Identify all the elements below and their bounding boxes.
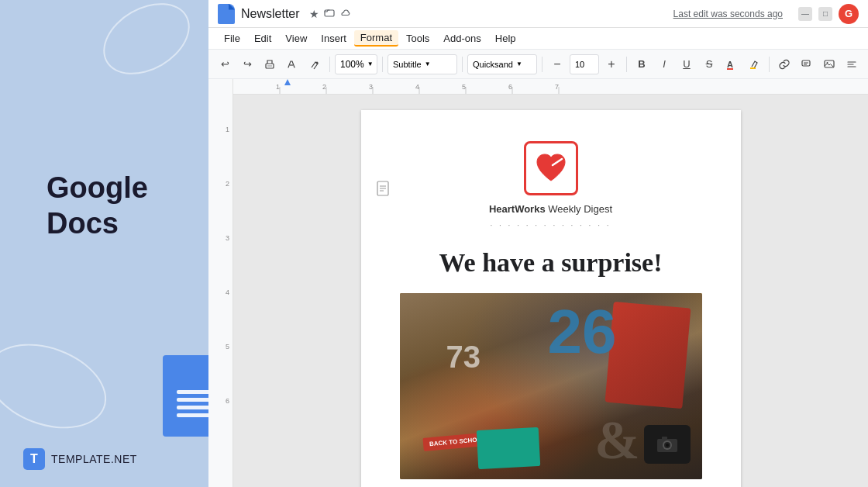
- doc-line-3: [177, 406, 209, 409]
- toolbar-sep-2: [382, 57, 383, 72]
- svg-marker-17: [284, 79, 291, 85]
- font-increase-button[interactable]: +: [601, 54, 622, 74]
- last-edit-text[interactable]: Last edit was seconds ago: [673, 9, 783, 19]
- paint-button[interactable]: [305, 54, 325, 74]
- ruler-mark-3: 3: [226, 234, 229, 242]
- spellcheck-button[interactable]: [282, 54, 302, 74]
- print-button[interactable]: [260, 54, 280, 74]
- svg-rect-5: [727, 68, 733, 70]
- menu-file[interactable]: File: [218, 31, 246, 46]
- template-logo-icon: T: [23, 448, 45, 470]
- cloud-icon[interactable]: [339, 7, 350, 20]
- user-avatar[interactable]: G: [839, 4, 859, 24]
- image-item-number: 73: [446, 340, 481, 375]
- doc-line-4: [177, 413, 209, 417]
- template-name: TEMPLATE.NET: [51, 453, 137, 465]
- comment-button[interactable]: [797, 54, 817, 74]
- menu-tools[interactable]: Tools: [400, 31, 436, 46]
- ruler-mark-5: 5: [226, 343, 229, 351]
- image-item-teal: [476, 427, 540, 469]
- folder-icon[interactable]: [324, 7, 335, 20]
- ruler-mark-6: 6: [226, 397, 229, 405]
- svg-text:A: A: [727, 60, 733, 69]
- font-decrease-button[interactable]: −: [547, 54, 567, 74]
- document-area: 1 2 3 4 5 6 1: [208, 79, 868, 487]
- title-icon-group: ★: [309, 7, 350, 20]
- strikethrough-button[interactable]: S: [699, 54, 719, 74]
- toolbar-sep-4: [542, 57, 542, 72]
- toolbar-sep-6: [769, 57, 770, 72]
- toc-icon: [375, 180, 391, 201]
- italic-button[interactable]: I: [654, 54, 674, 74]
- docs-logo-icon: [218, 4, 235, 24]
- menu-addons[interactable]: Add-ons: [437, 31, 487, 46]
- document-page: HeartWorks Weekly Digest · · · · · · · ·…: [361, 110, 741, 487]
- ruler-mark-2: 2: [226, 180, 229, 188]
- ruler-mark-4: 4: [226, 288, 229, 296]
- newsletter-brand-text: HeartWorks Weekly Digest: [489, 203, 612, 215]
- ruler-svg: [233, 79, 868, 94]
- svg-point-3: [316, 61, 319, 64]
- docs-icon-container: [163, 355, 208, 440]
- toolbar-sep-3: [462, 57, 463, 72]
- image-item-camera: [644, 425, 691, 464]
- redo-button[interactable]: ↪: [237, 54, 257, 74]
- doc-line-2: [177, 398, 209, 402]
- svg-rect-0: [325, 10, 334, 16]
- page-scroll-area[interactable]: HeartWorks Weekly Digest · · · · · · · ·…: [233, 95, 868, 487]
- decorative-curve-top: [91, 0, 202, 89]
- font-select[interactable]: Quicksand ▼: [467, 54, 537, 74]
- app-title: Google Docs: [46, 171, 208, 241]
- doc-line-1: [177, 390, 209, 394]
- google-docs-panel: Newsletter ★ Last edit was seconds ago —…: [208, 0, 868, 487]
- decorative-curve-bottom: [0, 329, 118, 444]
- window-controls: — □ G: [798, 4, 859, 24]
- doc-content-area: 1 2 3 4 5 6 7: [233, 79, 868, 487]
- align-button[interactable]: [842, 54, 862, 74]
- toolbar-sep-5: [626, 57, 627, 72]
- star-icon[interactable]: ★: [309, 8, 319, 20]
- menu-format[interactable]: Format: [354, 30, 398, 47]
- menu-insert[interactable]: Insert: [315, 31, 353, 46]
- ruler-top: 1 2 3 4 5 6 7: [233, 79, 868, 95]
- ruler-mark-1: 1: [226, 126, 229, 133]
- maximize-button[interactable]: □: [818, 7, 832, 21]
- image-ampersand: &: [594, 409, 639, 471]
- image-button[interactable]: [819, 54, 839, 74]
- docs-file-icon: [163, 355, 208, 437]
- text-color-button[interactable]: A: [722, 54, 742, 74]
- menu-help[interactable]: Help: [489, 31, 522, 46]
- link-button[interactable]: [774, 54, 794, 74]
- svg-point-26: [666, 444, 669, 447]
- toolbar: ↩ ↪ 100% ▼ Subtitle ▼ Quicksand ▼ −: [208, 50, 868, 79]
- title-bar: Newsletter ★ Last edit was seconds ago —…: [208, 0, 868, 28]
- heartworks-logo: [524, 141, 578, 195]
- svg-rect-27: [662, 437, 667, 440]
- zoom-select[interactable]: 100% ▼: [335, 54, 377, 74]
- highlight-color-button[interactable]: [744, 54, 764, 74]
- svg-rect-2: [267, 65, 272, 67]
- image-item-red: [604, 302, 691, 409]
- left-panel: Google Docs T TEMPLATE.NET: [0, 0, 208, 487]
- template-brand: T TEMPLATE.NET: [23, 448, 137, 470]
- newsletter-header: HeartWorks Weekly Digest · · · · · · · ·…: [400, 141, 702, 236]
- minimize-button[interactable]: —: [798, 7, 812, 21]
- font-size-select[interactable]: 10: [570, 54, 599, 74]
- newsletter-image: 26 BACK TO SCHOOL 73: [400, 293, 702, 479]
- menu-view[interactable]: View: [279, 31, 313, 46]
- toolbar-sep-1: [329, 57, 330, 72]
- undo-button[interactable]: ↩: [215, 54, 235, 74]
- dots-separator: · · · · · · · · · · · · · ·: [490, 221, 611, 230]
- image-item-blue: 26: [548, 301, 617, 363]
- bold-button[interactable]: B: [632, 54, 652, 74]
- ruler-left: 1 2 3 4 5 6: [208, 79, 233, 487]
- style-select[interactable]: Subtitle ▼: [388, 54, 457, 74]
- menu-bar: File Edit View Insert Format Tools Add-o…: [208, 28, 868, 50]
- menu-edit[interactable]: Edit: [248, 31, 277, 46]
- underline-button[interactable]: U: [677, 54, 697, 74]
- newsletter-headline: We have a surprise!: [400, 248, 702, 278]
- document-title[interactable]: Newsletter: [241, 7, 300, 21]
- svg-rect-6: [750, 67, 756, 69]
